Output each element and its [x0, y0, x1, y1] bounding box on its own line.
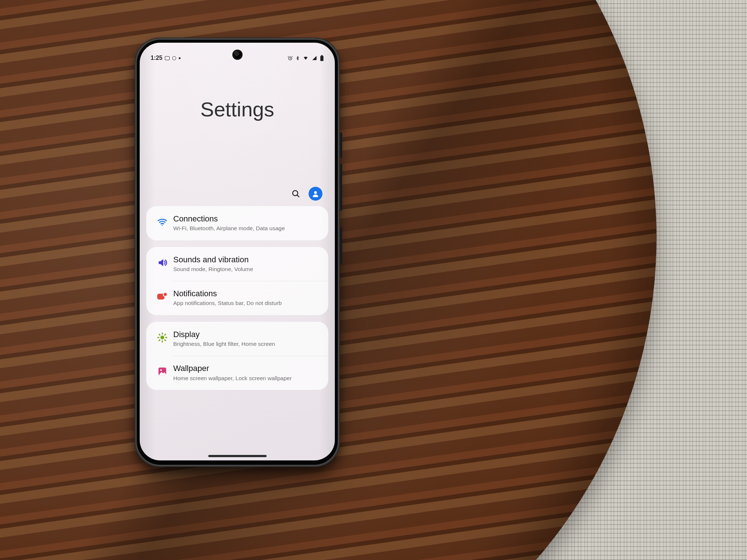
- wifi-icon: [302, 55, 309, 61]
- settings-item-subtitle: Brightness, Blue light filter, Home scre…: [173, 340, 320, 348]
- page-title: Settings: [140, 97, 335, 121]
- settings-item-notifications[interactable]: Notifications App notifications, Status …: [146, 281, 328, 315]
- notification-indicator-icon: [172, 56, 176, 60]
- person-icon: [311, 190, 320, 198]
- settings-item-title: Display: [173, 330, 320, 339]
- notification-indicator-icon: [165, 56, 170, 60]
- svg-line-15: [165, 340, 166, 340]
- more-notifications-icon: [179, 57, 181, 59]
- svg-line-4: [297, 195, 299, 197]
- settings-group: Sounds and vibration Sound mode, Rington…: [146, 247, 328, 315]
- settings-item-subtitle: Sound mode, Ringtone, Volume: [173, 266, 320, 273]
- photo-background: [0, 0, 747, 560]
- settings-list[interactable]: Connections Wi-Fi, Bluetooth, Airplane m…: [146, 206, 328, 460]
- svg-line-16: [159, 340, 160, 340]
- search-icon: [291, 189, 301, 198]
- brightness-icon: [157, 332, 168, 343]
- svg-line-17: [165, 334, 166, 335]
- alarm-icon: [287, 55, 293, 61]
- account-button[interactable]: [309, 187, 322, 201]
- settings-item-title: Notifications: [173, 289, 320, 298]
- phone-volume-button: [340, 163, 342, 211]
- svg-point-8: [163, 293, 167, 297]
- phone-side-button: [340, 132, 342, 158]
- status-time: 1:25: [151, 55, 162, 61]
- svg-point-19: [160, 369, 162, 371]
- settings-item-title: Connections: [173, 214, 320, 224]
- settings-group: Display Brightness, Blue light filter, H…: [146, 322, 328, 390]
- svg-rect-2: [321, 55, 322, 56]
- punch-hole-camera: [233, 51, 241, 59]
- settings-item-wallpaper[interactable]: Wallpaper Home screen wallpaper, Lock sc…: [146, 356, 328, 390]
- svg-line-14: [159, 334, 160, 335]
- settings-item-sounds[interactable]: Sounds and vibration Sound mode, Rington…: [146, 247, 328, 281]
- svg-point-9: [160, 335, 165, 339]
- settings-item-display[interactable]: Display Brightness, Blue light filter, H…: [146, 322, 328, 356]
- bluetooth-icon: [295, 55, 300, 61]
- svg-point-6: [162, 225, 163, 226]
- svg-rect-1: [320, 56, 324, 61]
- phone-body: 1:25 Settings: [135, 38, 340, 467]
- wallpaper-icon: [157, 366, 167, 376]
- volume-icon: [157, 257, 168, 268]
- settings-group: Connections Wi-Fi, Bluetooth, Airplane m…: [146, 206, 328, 240]
- wifi-icon: [157, 216, 168, 227]
- signal-icon: [311, 55, 317, 61]
- battery-icon: [320, 55, 324, 61]
- search-button[interactable]: [290, 188, 302, 200]
- settings-item-subtitle: App notifications, Status bar, Do not di…: [173, 300, 320, 307]
- settings-item-subtitle: Wi-Fi, Bluetooth, Airplane mode, Data us…: [173, 225, 320, 232]
- svg-point-5: [314, 191, 317, 194]
- phone-power-button: [340, 227, 342, 264]
- notification-icon: [157, 292, 168, 301]
- settings-item-subtitle: Home screen wallpaper, Lock screen wallp…: [173, 375, 320, 382]
- settings-item-title: Wallpaper: [173, 364, 320, 373]
- settings-item-title: Sounds and vibration: [173, 255, 320, 264]
- phone-screen[interactable]: 1:25 Settings: [140, 43, 335, 460]
- navigation-handle[interactable]: [208, 455, 267, 457]
- settings-item-connections[interactable]: Connections Wi-Fi, Bluetooth, Airplane m…: [146, 206, 328, 240]
